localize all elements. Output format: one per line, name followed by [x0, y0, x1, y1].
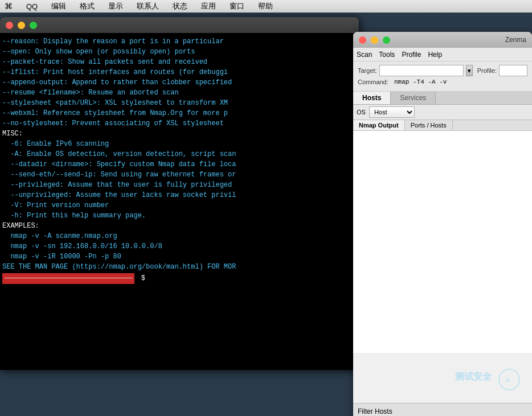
- terminal-line: --no-stylesheet: Prevent associating of …: [2, 118, 357, 129]
- command-label: Command:: [358, 79, 392, 85]
- minimize-button[interactable]: [18, 22, 25, 29]
- target-input[interactable]: [379, 65, 464, 76]
- zenmap-title: Zenma: [505, 36, 526, 44]
- terminal-line: -h: Print this help summary page.: [2, 211, 357, 221]
- terminal-prompt: ────────────────────────────────── $: [2, 273, 357, 284]
- zenmap-titlebar: Zenma: [353, 32, 532, 48]
- terminal-line: --stylesheet <path/URL>: XSL stylesheet …: [2, 98, 357, 108]
- terminal-line: -A: Enable OS detection, version detecti…: [2, 149, 357, 159]
- menu-contacts[interactable]: 联系人: [134, 1, 161, 11]
- command-value: nmap -T4 -A -v: [394, 79, 447, 85]
- terminal-line: --resume <filename>: Resume an aborted s…: [2, 88, 357, 98]
- tab-hosts[interactable]: Hosts: [353, 92, 391, 104]
- tab-ports-hosts[interactable]: Ports / Hosts: [405, 120, 453, 130]
- menu-display[interactable]: 显示: [106, 1, 125, 11]
- zenmap-maximize-button[interactable]: [383, 36, 390, 44]
- host-service-tabs: Hosts Services: [353, 92, 532, 105]
- filter-hosts-label: Filter Hosts: [358, 407, 392, 415]
- watermark-area: 测试安全 ⚔: [452, 363, 521, 399]
- menubar: ⌘ QQ 编辑 格式 显示 联系人 状态 应用 窗口 帮助: [0, 0, 532, 13]
- menu-scan[interactable]: Scan: [357, 51, 372, 59]
- menu-qq[interactable]: QQ: [24, 2, 40, 11]
- target-row: Target: ▼ Profile:: [358, 65, 527, 76]
- profile-input[interactable]: [499, 65, 527, 76]
- terminal-line: EXAMPLES:: [2, 221, 357, 231]
- terminal-line: nmap -v -A scanme.nmap.org: [2, 231, 357, 241]
- svg-text:测试安全: 测试安全: [455, 371, 492, 381]
- menu-help[interactable]: 帮助: [256, 1, 275, 11]
- target-dropdown[interactable]: ▼: [466, 65, 473, 76]
- tab-nmap-output[interactable]: Nmap Output: [353, 120, 405, 130]
- terminal-window: --reason: Display the reason a port is i…: [0, 17, 359, 370]
- terminal-line: MISC:: [2, 129, 357, 139]
- zenmap-window: Zenma Scan Tools Profile Help Target: ▼ …: [353, 32, 532, 416]
- os-label: OS: [357, 109, 366, 116]
- menu-apps[interactable]: 应用: [199, 1, 218, 11]
- nmap-output-area: [353, 131, 532, 353]
- prompt-label: ──────────────────────────────────: [2, 273, 134, 284]
- terminal-line: --send-eth/--send-ip: Send using raw eth…: [2, 170, 357, 180]
- svg-text:⚔: ⚔: [504, 375, 511, 384]
- terminal-line: --iflist: Print host interfaces and rout…: [2, 67, 357, 77]
- terminal-line: nmap -v -iR 10000 -Pn -p 80: [2, 252, 357, 262]
- apple-menu[interactable]: ⌘: [5, 2, 13, 11]
- terminal-titlebar: [0, 17, 359, 33]
- menu-tools[interactable]: Tools: [379, 51, 395, 59]
- terminal-line: --append-output: Append to rather than c…: [2, 77, 357, 88]
- zenmap-toolbar: Target: ▼ Profile: Command: nmap -T4 -A …: [353, 61, 532, 92]
- output-tabs: Nmap Output Ports / Hosts: [353, 120, 532, 131]
- menu-profile[interactable]: Profile: [402, 51, 421, 59]
- os-filter-row: OS Host: [353, 105, 532, 120]
- profile-label: Profile:: [477, 67, 497, 74]
- terminal-line: --packet-trace: Show all packets sent an…: [2, 57, 357, 67]
- terminal-line: --webxml: Reference stylesheet from Nmap…: [2, 108, 357, 118]
- menu-status[interactable]: 状态: [170, 1, 190, 11]
- terminal-line: --reason: Display the reason a port is i…: [2, 36, 357, 47]
- terminal-line: -6: Enable IPv6 scanning: [2, 139, 357, 149]
- prompt-cursor: $: [137, 273, 145, 283]
- zenmap-close-button[interactable]: [359, 36, 366, 44]
- terminal-line: SEE THE MAN PAGE (https://nmap.org/book/…: [2, 262, 357, 272]
- host-dropdown[interactable]: Host: [369, 106, 415, 118]
- target-label: Target:: [358, 67, 377, 74]
- menu-window[interactable]: 窗口: [227, 1, 247, 11]
- watermark-svg: 测试安全 ⚔: [452, 363, 521, 397]
- terminal-line: nmap -v -sn 192.168.0.0/16 10.0.0.0/8: [2, 241, 357, 252]
- command-row: Command: nmap -T4 -A -v: [358, 79, 527, 85]
- close-button[interactable]: [6, 22, 13, 29]
- menu-help[interactable]: Help: [428, 51, 442, 59]
- terminal-body: --reason: Display the reason a port is i…: [0, 33, 359, 370]
- terminal-line: --unprivileged: Assume the user lacks ra…: [2, 190, 357, 200]
- zenmap-minimize-button[interactable]: [371, 36, 378, 44]
- maximize-button[interactable]: [30, 22, 37, 29]
- filter-hosts-bar: Filter Hosts: [353, 403, 532, 416]
- terminal-line: -V: Print version number: [2, 200, 357, 211]
- menu-format[interactable]: 格式: [77, 1, 97, 11]
- menu-edit[interactable]: 编辑: [49, 1, 68, 11]
- terminal-line: --open: Only show open (or possibly open…: [2, 47, 357, 57]
- terminal-line: --privileged: Assume that the user is fu…: [2, 180, 357, 190]
- zenmap-menubar: Scan Tools Profile Help: [353, 48, 532, 61]
- tab-services[interactable]: Services: [391, 92, 436, 104]
- terminal-line: --datadir <dirname>: Specify custom Nmap…: [2, 159, 357, 170]
